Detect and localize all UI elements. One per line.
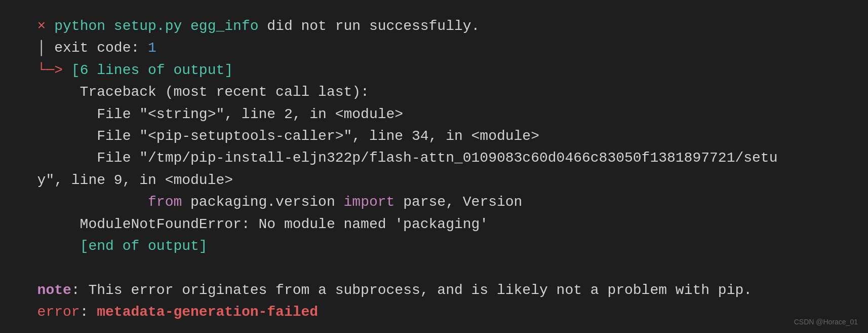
terminal-window: × python setup.py egg_info did not run s… xyxy=(0,0,868,333)
line-6: File "<pip-setuptools-caller>", line 34,… xyxy=(20,125,848,147)
import-names: parse, Version xyxy=(394,191,522,213)
end-output-label: [end of output] xyxy=(80,235,208,257)
command-text: python setup.py egg_info xyxy=(54,15,258,37)
line-12: note: This error originates from a subpr… xyxy=(20,279,848,301)
exit-code-num: 1 xyxy=(148,37,156,59)
module-not-found: ModuleNotFoundError: No module named 'pa… xyxy=(20,213,488,235)
line-8: y", line 9, in <module> xyxy=(20,169,848,191)
error-spaces xyxy=(20,301,37,323)
line-blank xyxy=(20,257,848,279)
traceback-header: Traceback (most recent call last): xyxy=(20,81,369,103)
output-lines-label: [6 lines of output] xyxy=(71,59,233,81)
keyword-from: from xyxy=(148,191,182,213)
watermark: CSDN @Horace_01 xyxy=(794,317,858,328)
file-pip-caller: File "<pip-setuptools-caller>", line 34,… xyxy=(20,125,539,147)
line-1: × python setup.py egg_info did not run s… xyxy=(20,15,848,37)
keyword-import: import xyxy=(344,191,395,213)
line-4: Traceback (most recent call last): xyxy=(20,81,848,103)
note-spaces xyxy=(20,279,37,301)
line-5: File "<string>", line 2, in <module> xyxy=(20,103,848,125)
note-text: : This error originates from a subproces… xyxy=(71,279,752,301)
error-cross: × xyxy=(20,15,54,37)
line-9: from packaging.version import parse, Ver… xyxy=(20,191,848,213)
line-10: ModuleNotFoundError: No module named 'pa… xyxy=(20,213,848,235)
note-label: note xyxy=(37,279,71,301)
file-tmp-path: File "/tmp/pip-install-eljn322p/flash-at… xyxy=(20,147,777,169)
error-label: error xyxy=(37,301,80,323)
module-path: packaging.version xyxy=(182,191,343,213)
line-2: │ exit code: 1 xyxy=(20,37,848,59)
file-string: File "<string>", line 2, in <module> xyxy=(20,103,403,125)
indent-spaces xyxy=(20,191,148,213)
file-tmp-path-cont: y", line 9, in <module> xyxy=(20,169,233,191)
line-11: [end of output] xyxy=(20,235,848,257)
end-output-spaces xyxy=(20,235,80,257)
line-7: File "/tmp/pip-install-eljn322p/flash-at… xyxy=(20,147,848,169)
line-3: └─> [6 lines of output] xyxy=(20,59,848,81)
pipe-char: │ exit code: xyxy=(20,37,148,59)
error-msg: did not run successfully. xyxy=(258,15,480,37)
arrow-prefix: └─> xyxy=(20,59,71,81)
error-colon: : xyxy=(80,301,97,323)
error-value: metadata-generation-failed xyxy=(97,301,318,323)
line-13: error: metadata-generation-failed xyxy=(20,301,848,323)
